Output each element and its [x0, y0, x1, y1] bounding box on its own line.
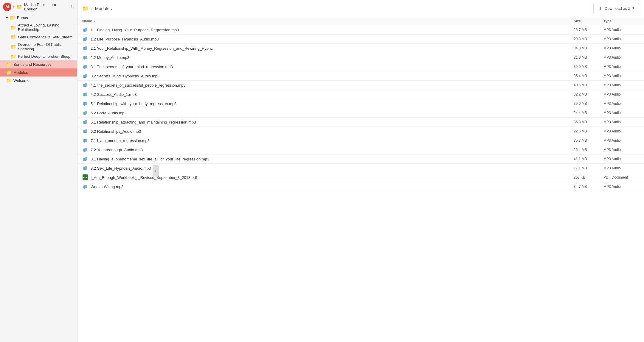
- sort-icon[interactable]: ⇅: [71, 4, 74, 9]
- file-size: 34.8 MB: [574, 46, 603, 50]
- audio-file-icon: [82, 156, 88, 162]
- file-name: 1.2 Life_Purpose_Hypnosis_Audio.mp3: [91, 37, 159, 41]
- table-row[interactable]: 3.2 Secrets_Mind_Hypnosis_Audio.mp3 35.4…: [77, 71, 644, 81]
- sidebar-item-overcome[interactable]: 📁 Overcome Fear Of Public Speaking: [0, 41, 77, 52]
- right-panel: 📁 › Modules ⬇ Download as ZIP Name ▲ Siz…: [77, 0, 644, 342]
- svg-point-31: [86, 95, 87, 96]
- attract-folder-icon: 📁: [10, 25, 16, 30]
- audio-file-icon: [82, 110, 88, 116]
- table-row[interactable]: 5.2 Body_Audio.mp3 24.4 MB MP3 Audio: [77, 108, 644, 118]
- file-name: 4.1The_secrets_of_successful_people_regr…: [91, 83, 186, 88]
- svg-point-35: [86, 104, 87, 105]
- svg-point-6: [84, 40, 85, 41]
- table-row[interactable]: 1.2 Life_Purpose_Hypnosis_Audio.mp3 20.3…: [77, 35, 644, 44]
- file-type: MP3 Audio: [603, 65, 639, 69]
- table-header: Name ▲ Size Type: [77, 17, 644, 25]
- file-size: 24.4 MB: [574, 111, 603, 115]
- table-row[interactable]: 7.1 I_am_enough_regression.mp3 35.7 MB M…: [77, 136, 644, 145]
- svg-point-50: [84, 141, 85, 143]
- download-zip-button[interactable]: ⬇ Download as ZIP: [593, 3, 639, 14]
- svg-point-22: [84, 77, 85, 78]
- table-row[interactable]: 4.1The_secrets_of_successful_people_regr…: [77, 81, 644, 90]
- file-name: 5.1 Relationship_with_your_body_regressi…: [91, 101, 176, 106]
- audio-file-icon: [82, 184, 88, 190]
- file-size: 26.7 MB: [574, 28, 603, 32]
- column-name: Name ▲: [82, 19, 574, 23]
- file-size: 20.3 MB: [574, 37, 603, 41]
- sidebar-item-perfect[interactable]: 📁 Perfect Deep, Unbroken Sleep: [0, 52, 77, 60]
- overcome-folder-icon: 📁: [10, 44, 16, 50]
- sidebar-item-gain[interactable]: 📁 Gain Confidence & Self-Esteem: [0, 33, 77, 41]
- svg-point-54: [84, 151, 85, 152]
- root-label: Marisa Peer - I am Enough: [24, 2, 69, 11]
- breadcrumb-separator: ›: [91, 6, 93, 11]
- file-name: 3.2 Secrets_Mind_Hypnosis_Audio.mp3: [91, 74, 159, 78]
- table-row[interactable]: 4.2 Success_Audio_1.mp3 32.2 MB MP3 Audi…: [77, 90, 644, 99]
- file-size: 35.4 MB: [574, 74, 603, 78]
- sidebar-item-attract[interactable]: 📁 Attract A Loving, Lasting Relationship: [0, 22, 77, 33]
- file-name-cell: 6.1 Relationship_attracting_and_maintain…: [82, 119, 574, 125]
- sidebar-item-welcome[interactable]: 📁 Welcome: [0, 76, 77, 85]
- file-name: I_Am_Enough_Workbook_-_Revised_September…: [91, 175, 197, 180]
- svg-point-39: [86, 113, 87, 114]
- sidebar-item-label-welcome: Welcome: [13, 78, 30, 83]
- file-size: 21.3 MB: [574, 55, 603, 60]
- tree-container: ▾ 📁 Bonus 📁 Attract A Loving, Lasting Re…: [0, 14, 77, 88]
- file-name: 6.2 Relationships_Audio.mp3: [91, 129, 141, 134]
- table-row[interactable]: 2.1 Your_Relationship_With_Money_Regress…: [77, 44, 644, 53]
- table-row[interactable]: 5.1 Relationship_with_your_body_regressi…: [77, 99, 644, 108]
- audio-file-icon: [82, 27, 88, 33]
- file-name-cell: 7.1 I_am_enough_regression.mp3: [82, 138, 574, 143]
- table-row[interactable]: 6.1 Relationship_attracting_and_maintain…: [77, 118, 644, 127]
- audio-file-icon: [82, 119, 88, 125]
- file-name-cell: 5.1 Relationship_with_your_body_regressi…: [82, 101, 574, 107]
- table-row[interactable]: 8.2 Sex_Life_Hypnosis_Audio.mp3 17.1 MB …: [77, 164, 644, 173]
- file-type: PDF Document: [603, 175, 639, 179]
- audio-file-icon: [82, 82, 88, 88]
- file-name-cell: 2.1 Your_Relationship_With_Money_Regress…: [82, 45, 574, 51]
- file-name: 2.1 Your_Relationship_With_Money_Regress…: [91, 46, 215, 51]
- breadcrumb-folder-icon: 📁: [82, 5, 89, 12]
- file-name-cell: 8.1 Having_a_phenomenal_sex_life_all_of_…: [82, 156, 574, 162]
- sidebar-item-label-perfect: Perfect Deep, Unbroken Sleep: [18, 54, 70, 59]
- table-row[interactable]: 1.1 Finding_Living_Your_Purpose_Regressi…: [77, 25, 644, 35]
- table-row[interactable]: 8.1 Having_a_phenomenal_sex_life_all_of_…: [77, 154, 644, 164]
- svg-point-7: [86, 39, 87, 40]
- file-size: 263 KB: [574, 175, 603, 179]
- table-row[interactable]: Wealth-Wiring.mp3 34.7 MB MP3 Audio: [77, 182, 644, 191]
- file-size: 35.3 MB: [574, 120, 603, 124]
- modules-folder-icon: 📁: [6, 70, 12, 75]
- table-row[interactable]: 6.2 Relationships_Audio.mp3 22.6 MB MP3 …: [77, 127, 644, 136]
- file-name: 3.1 The_secrets_of_your_mind_regression.…: [91, 65, 173, 69]
- table-row[interactable]: 7.2 Youareenough_Audio.mp3 25.4 MB MP3 A…: [77, 145, 644, 154]
- sidebar-item-bonus-resources[interactable]: 📁 Bonus and Resources: [0, 60, 77, 68]
- download-zip-label: Download as ZIP: [605, 6, 634, 11]
- table-row[interactable]: PDF I_Am_Enough_Workbook_-_Revised_Septe…: [77, 173, 644, 182]
- file-size: 48.6 MB: [574, 83, 603, 87]
- file-size: 41.1 MB: [574, 157, 603, 161]
- sidebar-header: M ▾ 📁 Marisa Peer - I am Enough ⇅: [0, 0, 77, 14]
- svg-point-23: [86, 76, 87, 77]
- name-sort-arrow[interactable]: ▲: [93, 20, 96, 23]
- audio-file-icon: [82, 147, 88, 153]
- sidebar-item-modules[interactable]: 📁 Modules: [0, 68, 77, 76]
- collapse-panel-button[interactable]: «: [153, 165, 159, 177]
- file-size: 39.0 MB: [574, 65, 603, 69]
- download-icon: ⬇: [598, 6, 602, 11]
- table-row[interactable]: 3.1 The_secrets_of_your_mind_regression.…: [77, 62, 644, 71]
- file-name: 5.2 Body_Audio.mp3: [91, 111, 127, 115]
- svg-point-14: [84, 58, 85, 60]
- tree-root-toggle[interactable]: ▾: [13, 5, 15, 9]
- sidebar-item-label-attract: Attract A Loving, Lasting Relationship: [18, 23, 75, 32]
- audio-file-icon: [82, 36, 88, 42]
- table-row[interactable]: 2.2 Money_Audio.mp3 21.3 MB MP3 Audio: [77, 53, 644, 62]
- file-name-cell: 3.2 Secrets_Mind_Hypnosis_Audio.mp3: [82, 73, 574, 79]
- audio-file-icon: [82, 64, 88, 70]
- svg-point-10: [84, 49, 85, 50]
- sidebar-item-bonus[interactable]: ▾ 📁 Bonus: [0, 14, 77, 22]
- panel-wrapper: « 📁 › Modules ⬇ Download as ZIP Name ▲ S…: [77, 0, 644, 342]
- svg-point-15: [86, 58, 87, 59]
- file-type: MP3 Audio: [603, 83, 639, 87]
- breadcrumb-current: Modules: [95, 6, 112, 11]
- file-type: MP3 Audio: [603, 138, 639, 143]
